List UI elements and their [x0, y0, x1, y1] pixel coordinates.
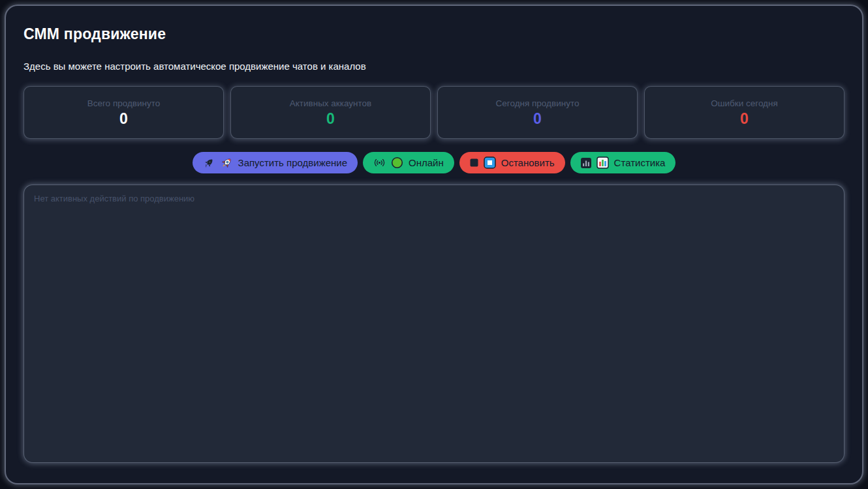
- start-promotion-button[interactable]: Запустить продвижение: [193, 152, 358, 173]
- stat-label: Сегодня продвинуто: [496, 98, 580, 108]
- stat-value: 0: [740, 111, 749, 126]
- stat-label: Всего продвинуто: [87, 98, 161, 108]
- stop-button[interactable]: Остановить: [459, 152, 565, 173]
- stat-card-active-accounts: Активных аккаунтов 0: [230, 86, 431, 139]
- stat-value: 0: [533, 111, 542, 126]
- statistics-button[interactable]: Статистика: [570, 152, 676, 173]
- statistics-label: Статистика: [614, 157, 666, 168]
- stat-value: 0: [326, 111, 335, 126]
- broadcast-icon: [373, 158, 386, 168]
- stop-button-emoji: [484, 156, 496, 169]
- smm-promotion-panel: СММ продвижение Здесь вы можете настроит…: [5, 5, 863, 484]
- page-subtitle: Здесь вы можете настроить автоматическое…: [23, 61, 845, 72]
- rocket-emoji: [220, 156, 233, 170]
- stat-value: 0: [119, 111, 128, 126]
- black-square-icon: [470, 158, 478, 167]
- online-status-button[interactable]: Онлайн: [363, 152, 454, 173]
- actions-row: Запустить продвижение Онлайн: [23, 152, 845, 173]
- stat-card-errors-today: Ошибки сегодня 0: [644, 86, 845, 139]
- stat-label: Ошибки сегодня: [711, 98, 778, 108]
- bar-chart-emoji: [597, 156, 609, 169]
- page-title: СММ продвижение: [23, 25, 845, 43]
- online-status-label: Онлайн: [409, 157, 444, 168]
- bar-chart-icon: [581, 158, 591, 168]
- stop-label: Остановить: [501, 157, 555, 168]
- start-promotion-label: Запустить продвижение: [238, 157, 347, 168]
- stat-card-total-promoted: Всего продвинуто 0: [23, 86, 224, 139]
- stat-label: Активных аккаунтов: [290, 98, 372, 108]
- stat-card-promoted-today: Сегодня продвинуто 0: [437, 86, 638, 139]
- green-circle-emoji: [391, 156, 403, 169]
- activity-log-empty-text: Нет активных действий по продвижению: [34, 194, 834, 203]
- promotion-activity-log: Нет активных действий по продвижению: [23, 185, 845, 463]
- stats-row: Всего продвинуто 0 Активных аккаунтов 0 …: [23, 86, 845, 139]
- rocket-icon: [203, 157, 215, 169]
